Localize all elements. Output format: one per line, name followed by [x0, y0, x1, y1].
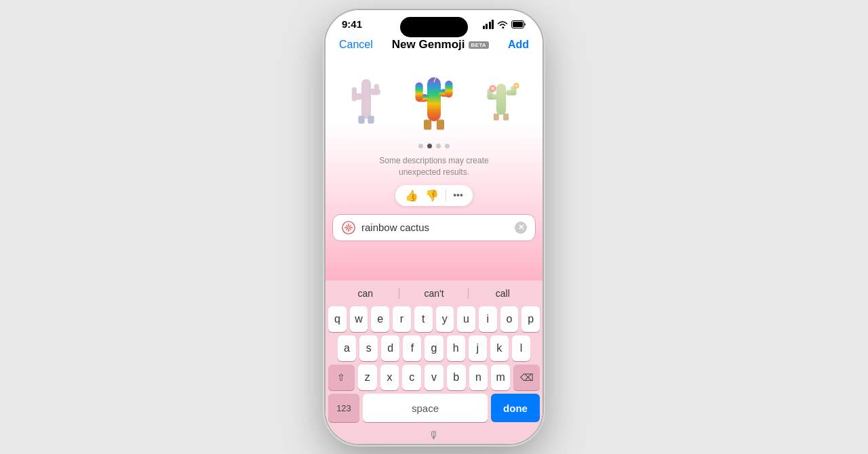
svg-rect-8	[368, 116, 374, 124]
key-p[interactable]: p	[521, 306, 540, 332]
search-input[interactable]	[361, 222, 509, 233]
emoji-center[interactable]	[400, 64, 468, 138]
dot-2	[427, 144, 432, 148]
key-q[interactable]: q	[328, 306, 347, 332]
nav-title-area: New Genmoji BETA	[392, 38, 489, 51]
svg-rect-28	[494, 113, 499, 120]
delete-key[interactable]: ⌫	[513, 365, 540, 390]
keyboard-bottom-row: 123 space done	[328, 394, 540, 422]
key-i[interactable]: i	[479, 306, 497, 332]
key-z[interactable]: z	[358, 365, 377, 390]
svg-rect-9	[427, 77, 441, 121]
svg-rect-1	[513, 22, 523, 27]
key-t[interactable]: t	[414, 306, 433, 332]
dot-1	[418, 144, 423, 148]
beta-badge: BETA	[469, 41, 489, 49]
svg-line-17	[441, 83, 445, 86]
status-time: 9:41	[342, 18, 362, 30]
search-clear-button[interactable]: ✕	[515, 222, 527, 234]
key-j[interactable]: j	[469, 335, 487, 361]
key-x[interactable]: x	[380, 365, 399, 390]
add-button[interactable]: Add	[508, 39, 529, 51]
wifi-icon	[497, 20, 508, 28]
phone-screen: 9:41	[326, 10, 542, 444]
emoji-carousel	[326, 64, 542, 138]
key-e[interactable]: e	[371, 306, 389, 332]
emoji-area: Some descriptions may createunexpected r…	[326, 57, 542, 281]
predictive-can[interactable]: can	[331, 285, 399, 302]
emoji-left[interactable]	[339, 70, 393, 131]
key-m[interactable]: m	[491, 365, 510, 390]
key-o[interactable]: o	[500, 306, 519, 332]
key-a[interactable]: a	[338, 335, 356, 361]
key-c[interactable]: c	[402, 365, 421, 390]
signal-bars-icon	[483, 20, 494, 29]
predictive-call[interactable]: call	[469, 285, 537, 302]
thumbs-down-button[interactable]: 👎	[425, 189, 439, 202]
keyboard-row-2: a s d f g h j k l	[328, 335, 540, 361]
svg-point-25	[491, 87, 494, 90]
svg-rect-15	[437, 120, 444, 130]
key-r[interactable]: r	[393, 306, 411, 332]
key-s[interactable]: s	[359, 335, 378, 361]
genmoji-icon	[341, 220, 356, 235]
mic-area: 🎙	[326, 428, 542, 444]
more-options-button[interactable]: •••	[453, 190, 463, 201]
key-h[interactable]: h	[447, 335, 465, 361]
phone-frame: 9:41	[326, 10, 542, 444]
page-dots	[418, 144, 450, 148]
key-f[interactable]: f	[403, 335, 421, 361]
key-b[interactable]: b	[447, 365, 466, 390]
svg-rect-14	[424, 120, 431, 130]
key-l[interactable]: l	[512, 335, 530, 361]
numbers-key[interactable]: 123	[328, 394, 359, 422]
predictive-row: can can't call	[328, 285, 540, 302]
feedback-bar: 👍 👎 •••	[395, 185, 473, 206]
svg-rect-4	[352, 87, 357, 101]
page-title: New Genmoji	[392, 38, 465, 51]
cancel-button[interactable]: Cancel	[339, 39, 373, 51]
space-key[interactable]: space	[363, 394, 488, 422]
svg-rect-2	[361, 79, 371, 119]
key-g[interactable]: g	[425, 335, 443, 361]
predictive-cant[interactable]: can't	[399, 285, 468, 302]
feedback-divider	[446, 189, 446, 201]
key-y[interactable]: y	[436, 306, 454, 332]
key-v[interactable]: v	[425, 365, 443, 390]
status-icons	[483, 20, 527, 29]
svg-rect-29	[503, 113, 509, 120]
key-u[interactable]: u	[457, 306, 475, 332]
keyboard-row-3: ⇧ z x c v b n m ⌫	[328, 365, 540, 390]
svg-rect-13	[445, 81, 452, 98]
key-w[interactable]: w	[350, 306, 368, 332]
svg-rect-11	[416, 83, 423, 102]
dynamic-island	[400, 17, 468, 37]
emoji-right[interactable]	[475, 70, 529, 131]
shift-key[interactable]: ⇧	[328, 365, 355, 390]
svg-point-27	[515, 84, 517, 87]
svg-point-30	[347, 226, 350, 229]
done-key[interactable]: done	[491, 394, 540, 422]
battery-icon	[511, 20, 526, 28]
dot-4	[445, 144, 450, 148]
search-container: ✕	[332, 214, 536, 241]
svg-rect-6	[374, 84, 379, 95]
svg-rect-19	[496, 83, 506, 115]
keyboard-area: can can't call q w e r t y u i o p a s	[326, 281, 542, 428]
keyboard-row-1: q w e r t y u i o p	[328, 306, 540, 332]
key-n[interactable]: n	[469, 365, 488, 390]
key-d[interactable]: d	[381, 335, 399, 361]
svg-rect-7	[358, 116, 364, 124]
dot-3	[436, 144, 441, 148]
warning-text: Some descriptions may createunexpected r…	[359, 155, 509, 178]
mic-icon[interactable]: 🎙	[429, 430, 439, 442]
svg-line-16	[423, 87, 427, 91]
thumbs-up-button[interactable]: 👍	[405, 189, 418, 202]
key-k[interactable]: k	[490, 335, 509, 361]
